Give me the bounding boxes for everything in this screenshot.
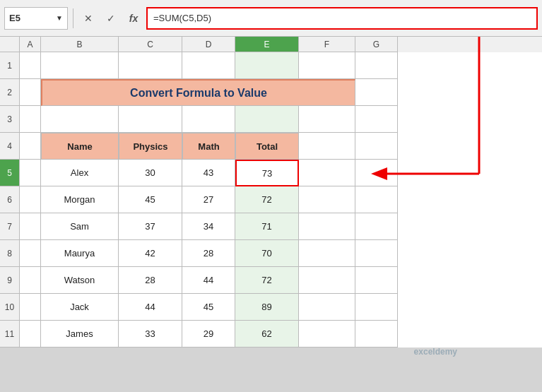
cell-f7[interactable] [299, 213, 355, 240]
cell-f3[interactable] [299, 106, 355, 133]
row-3: 3 [0, 106, 542, 133]
formula-bar[interactable]: =SUM(C5,D5) [146, 7, 538, 30]
cell-d9-math[interactable]: 44 [182, 267, 235, 294]
cell-a8[interactable] [20, 240, 41, 267]
cell-a5[interactable] [20, 160, 41, 186]
cell-c4-physics-header[interactable]: Physics [119, 133, 182, 160]
cell-g1[interactable] [355, 52, 398, 79]
cell-b5-name[interactable]: Alex [41, 160, 119, 186]
cell-c5-physics[interactable]: 30 [119, 160, 182, 186]
cell-d1[interactable] [182, 52, 235, 79]
cell-e11-total[interactable]: 62 [235, 321, 299, 348]
cell-f6[interactable] [299, 186, 355, 213]
cell-a1[interactable] [20, 52, 41, 79]
row-num-2: 2 [0, 79, 20, 106]
cell-e10-total[interactable]: 89 [235, 294, 299, 321]
cell-e4-total-header[interactable]: Total [235, 133, 299, 160]
cell-b7-name[interactable]: Sam [41, 213, 119, 240]
cancel-button[interactable]: ✕ [78, 8, 98, 28]
cell-g7[interactable] [355, 213, 398, 240]
cell-a9[interactable] [20, 267, 41, 294]
cell-b6-name[interactable]: Morgan [41, 186, 119, 213]
cell-d11-math[interactable]: 29 [182, 321, 235, 348]
cell-a11[interactable] [20, 321, 41, 348]
cell-f10[interactable] [299, 294, 355, 321]
cell-c9-physics[interactable]: 28 [119, 267, 182, 294]
cell-a6[interactable] [20, 186, 41, 213]
cell-a2[interactable] [20, 79, 41, 106]
cell-d4-math-header[interactable]: Math [182, 133, 235, 160]
cell-f9[interactable] [299, 267, 355, 294]
row-9: 9 Watson 28 44 72 [0, 267, 542, 294]
cell-c3[interactable] [119, 106, 182, 133]
row-1: 1 [0, 52, 542, 79]
cell-g8[interactable] [355, 240, 398, 267]
cell-f1[interactable] [299, 52, 355, 79]
cell-d10-math[interactable]: 45 [182, 294, 235, 321]
col-header-f[interactable]: F [299, 37, 355, 52]
cell-e8-total[interactable]: 70 [235, 240, 299, 267]
cell-c8-physics[interactable]: 42 [119, 240, 182, 267]
cell-g2[interactable] [355, 79, 398, 106]
col-header-d[interactable]: D [182, 37, 235, 52]
cell-f5[interactable] [299, 160, 355, 186]
cell-b3[interactable] [41, 106, 119, 133]
cell-b4-name-header[interactable]: Name [41, 133, 119, 160]
col-header-a[interactable]: A [20, 37, 41, 52]
confirm-button[interactable]: ✓ [101, 8, 121, 28]
cell-e5-total[interactable]: 73 [235, 160, 299, 186]
function-button[interactable]: fx [124, 8, 143, 28]
cell-e6-total[interactable]: 72 [235, 186, 299, 213]
cell-a4[interactable] [20, 133, 41, 160]
cell-e9-total[interactable]: 72 [235, 267, 299, 294]
cell-b9-name[interactable]: Watson [41, 267, 119, 294]
cell-c10-physics[interactable]: 44 [119, 294, 182, 321]
cell-c6-physics[interactable]: 45 [119, 186, 182, 213]
cell-ref-value: E5 [9, 13, 20, 23]
cell-b11-name[interactable]: James [41, 321, 119, 348]
cell-d5-math[interactable]: 43 [182, 160, 235, 186]
cell-e7-total[interactable]: 71 [235, 213, 299, 240]
cell-f8[interactable] [299, 240, 355, 267]
col-header-e[interactable]: E [235, 37, 299, 52]
cell-g3[interactable] [355, 106, 398, 133]
spreadsheet-title: Convert Formula to Value [130, 87, 267, 100]
cell-f11[interactable] [299, 321, 355, 348]
cell-g9[interactable] [355, 267, 398, 294]
toolbar: E5 ▼ ✕ ✓ fx =SUM(C5,D5) [0, 0, 542, 37]
cell-g4[interactable] [355, 133, 398, 160]
row-num-11: 11 [0, 321, 20, 348]
cell-e1[interactable] [235, 52, 299, 79]
cell-d6-math[interactable]: 27 [182, 186, 235, 213]
col-header-c[interactable]: C [119, 37, 182, 52]
dropdown-icon[interactable]: ▼ [56, 14, 63, 22]
cell-reference-box[interactable]: E5 ▼ [4, 7, 68, 30]
row-num-1: 1 [0, 52, 20, 79]
cell-a10[interactable] [20, 294, 41, 321]
cell-d7-math[interactable]: 34 [182, 213, 235, 240]
cell-g11[interactable] [355, 321, 398, 348]
cell-f4[interactable] [299, 133, 355, 160]
cell-g5[interactable] [355, 160, 398, 186]
cell-b1[interactable] [41, 52, 119, 79]
cell-e3[interactable] [235, 106, 299, 133]
cell-d3[interactable] [182, 106, 235, 133]
cell-c11-physics[interactable]: 33 [119, 321, 182, 348]
row-num-4: 4 [0, 133, 20, 160]
cell-a3[interactable] [20, 106, 41, 133]
col-header-b[interactable]: B [41, 37, 119, 52]
watermark: exceldemy [414, 347, 457, 357]
cell-b10-name[interactable]: Jack [41, 294, 119, 321]
row-2: 2 Convert Formula to Value [0, 79, 542, 106]
row-7: 7 Sam 37 34 71 [0, 213, 542, 240]
cell-d8-math[interactable]: 28 [182, 240, 235, 267]
cell-b8-name[interactable]: Maurya [41, 240, 119, 267]
cell-g10[interactable] [355, 294, 398, 321]
cell-c1[interactable] [119, 52, 182, 79]
cell-a7[interactable] [20, 213, 41, 240]
col-header-g[interactable]: G [355, 37, 398, 52]
cell-c7-physics[interactable]: 37 [119, 213, 182, 240]
title-cell[interactable]: Convert Formula to Value [41, 79, 355, 106]
cell-g6[interactable] [355, 186, 398, 213]
row-6: 6 Morgan 45 27 72 [0, 186, 542, 213]
